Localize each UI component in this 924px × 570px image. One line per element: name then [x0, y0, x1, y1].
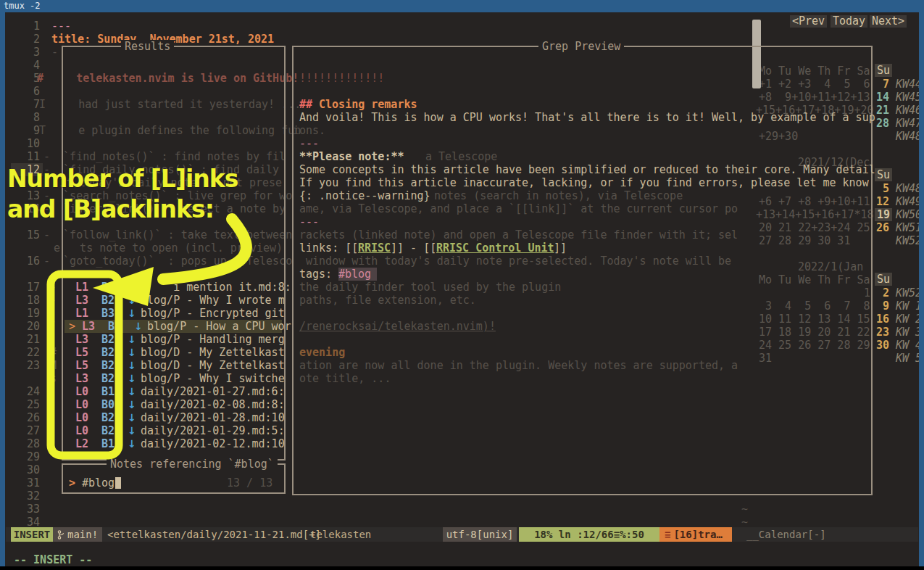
calendar-week-number: KW51: [896, 221, 919, 234]
preview-line: {: .notice--warning}: [299, 189, 430, 202]
tag-badge[interactable]: #blog: [338, 268, 377, 281]
calendar-sunday-today[interactable]: 19: [875, 208, 892, 221]
links-line-prefix: links: [[: [299, 241, 358, 255]
filename[interactable]: <ettelkasten/daily/2021-11-21.md[+]: [107, 527, 321, 542]
calendar-week-number: KW49: [896, 195, 919, 208]
calendar-week-number: KW44: [896, 78, 919, 91]
wiki-link[interactable]: RRISC Control Unit: [436, 241, 554, 255]
wiki-link[interactable]: RRISC: [358, 241, 391, 255]
empty-line-tilde: ~: [741, 516, 748, 529]
calendar-sunday[interactable]: 5: [876, 182, 889, 195]
search-input[interactable]: #blog: [82, 476, 115, 490]
calendar-week-number: KW52: [896, 286, 919, 300]
bg-text-fragment: -: [51, 46, 58, 59]
calendar-week-number: KW47: [896, 117, 919, 130]
prompt-caret: >: [69, 476, 75, 490]
statusline: INSERT main! <ettelkasten/daily/2021-11-…: [6, 527, 918, 542]
preview-line: If you find this article inaccurate, lac…: [299, 176, 869, 189]
window-bottom-edge: [0, 566, 924, 570]
calendar-sunday[interactable]: 26: [876, 221, 889, 234]
calendar-sunday[interactable]: 21: [876, 104, 889, 117]
calendar-next-button[interactable]: Next>: [870, 15, 907, 28]
calendar-week-number: KW45: [896, 91, 919, 104]
annotation-arrow-and-box: [29, 203, 275, 464]
calendar-today-button[interactable]: Today: [831, 15, 867, 28]
calendar-week-number: KW48: [896, 182, 919, 195]
calendar-sunday[interactable]: 12: [876, 195, 889, 208]
calendar-week-number: KW 5: [896, 352, 919, 365]
preview-line: Some concepts in this article have been …: [299, 163, 875, 176]
tags-label: tags:: [299, 268, 338, 281]
calendar-su-header: Su: [875, 64, 892, 77]
calendar-sunday[interactable]: 16: [876, 313, 889, 326]
calendar-su-header: Su: [875, 273, 892, 286]
links-line-suffix: ]]: [554, 241, 567, 255]
md-hr: ---: [299, 137, 319, 150]
project-name: telekasten: [310, 527, 371, 542]
window-titlebar[interactable]: tmux -2: [0, 0, 924, 12]
window-title: tmux -2: [4, 1, 41, 11]
position-segment: 18% ln :12/66≡%:50: [519, 527, 659, 542]
calendar-sunday[interactable]: 2: [876, 286, 889, 300]
calendar-week-number: KW46: [896, 104, 919, 117]
md-heading-text: Closing remarks: [312, 98, 417, 111]
text-cursor: [115, 477, 121, 489]
calendar-sunday[interactable]: 14: [876, 91, 889, 104]
md-heading-marks: ##: [299, 98, 312, 111]
md-bold-text: **Please note:**: [299, 150, 404, 163]
bg-text-fragment: ---: [51, 20, 71, 33]
calendar-week-number: KW 3: [896, 326, 919, 339]
encoding-segment: utf-8[unix]: [443, 527, 517, 542]
mode-message: -- INSERT --: [14, 553, 92, 566]
annotation-highlight-box: [51, 274, 119, 455]
preview-line: And voila! This is how a CPU works! That…: [299, 111, 875, 124]
calendar-week-number: KW 2: [896, 313, 919, 326]
calendar-week-number: KW 1: [896, 300, 919, 313]
tab-calendar[interactable]: __Calendar[-]: [746, 527, 826, 542]
annotation-text-line1: Number of [L]inks: [7, 165, 238, 193]
calendar-sunday[interactable]: 7: [876, 78, 889, 91]
empty-line-tilde: ~: [741, 503, 748, 516]
calendar-sunday[interactable]: 28: [876, 117, 889, 130]
git-branch-icon: [57, 530, 65, 540]
calendar-su-header: Su: [875, 168, 892, 181]
buffer-list-icon: ≡: [665, 529, 670, 540]
calendar-sunday[interactable]: 23: [876, 326, 889, 339]
buffer-info: [16]tra…: [673, 529, 722, 540]
md-hr: ---: [299, 215, 319, 228]
calendar-week-number: KW50: [896, 208, 919, 221]
links-line-mid: ]] - [[: [391, 241, 436, 255]
buffer-segment[interactable]: ≡[16]tra…: [659, 527, 732, 542]
terminal-window: tmux -2 1 2 3 4 5 6 7 8 9 10 11 13 14 15…: [0, 0, 924, 570]
results-panel-title: Results: [121, 40, 174, 53]
calendar-sunday[interactable]: 30: [876, 339, 889, 352]
calendar-prev-button[interactable]: <Prev: [790, 15, 827, 28]
calendar-week-number: KW52: [896, 234, 919, 247]
git-branch-name: main!: [67, 529, 98, 540]
mode-indicator: INSERT: [11, 527, 53, 542]
result-count: 13 / 13: [227, 476, 272, 490]
calendar-sunday[interactable]: 9: [876, 300, 889, 313]
grep-preview-title: Grep Preview: [538, 40, 624, 53]
calendar-week-number: KW 4: [896, 339, 919, 352]
git-branch-segment[interactable]: main!: [53, 527, 102, 542]
calendar-week-number: KW48: [896, 130, 919, 143]
annotation-arrow-shaft: [163, 219, 246, 279]
